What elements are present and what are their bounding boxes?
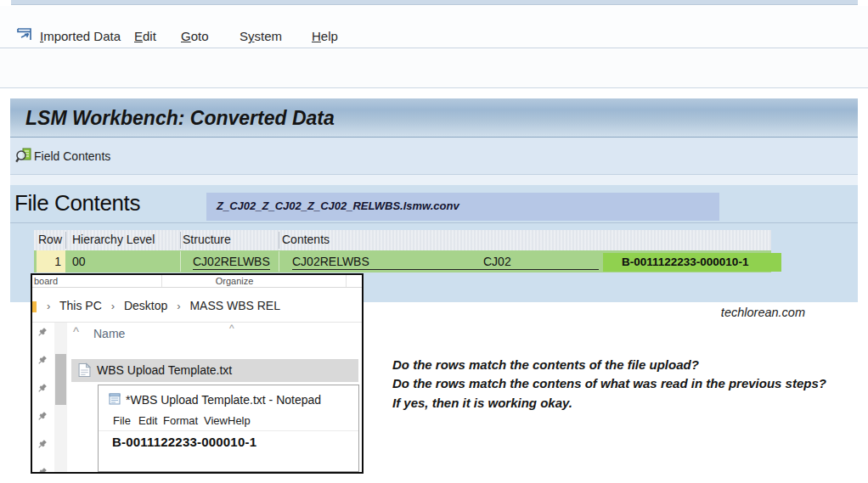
file-list-item[interactable]: WBS Upload Template.txt [71,359,358,382]
cell-divider [279,251,279,272]
ribbon-clipboard-label: board [34,276,58,286]
column-header-structure: Structure [183,233,231,246]
ribbon-divider [346,275,347,287]
contents-structure-value: CJ02RELWBS [292,255,369,268]
field-contents-label: Field Contents [34,149,110,163]
name-column-header[interactable]: Name [93,327,125,340]
menu-help[interactable]: Help [312,26,338,47]
pin-icon[interactable] [37,410,48,425]
ribbon-divider [161,275,162,287]
watermark-text: techlorean.com [712,306,805,319]
spacer-band [10,175,858,185]
annotation-line: Do the rows match the contents of the fi… [392,356,826,374]
control-menu-icon [14,23,36,45]
row-number-cell: 1 [37,250,65,272]
window-top-strip [11,0,858,5]
sap-toolbar: « « « × [0,49,868,88]
breadcrumb-mass-wbs-rel[interactable]: MASS WBS REL [189,299,280,312]
application-toolbar: Field Contents [10,138,858,175]
notepad-menu-edit[interactable]: Edit [138,414,157,427]
pin-icon[interactable] [37,382,48,397]
file-contents-heading: File Contents [14,190,140,216]
folder-icon [32,301,37,312]
table-row[interactable]: 1 00 CJ02RELWBS CJ02RELWBS CJ02 B-001112… [34,250,771,272]
text-file-icon [78,362,91,381]
ribbon-organize-label: Organize [200,276,268,286]
column-header-hierarchy-level: Hierarchy Level [72,233,155,246]
column-divider [65,232,66,249]
pin-icon[interactable] [37,326,48,341]
notepad-icon [108,392,121,409]
pin-icon[interactable] [37,466,48,474]
explorer-ribbon-strip: board Organize [32,275,362,288]
converted-file-name: Z_CJ02_Z_CJ02_Z_CJ02_RELWBS.lsmw.conv [217,199,459,212]
annotation-line: If yes, then it is working okay. [392,394,826,413]
panel-divider [10,222,858,223]
hierarchy-level-cell: 00 [72,250,86,272]
collapse-chevron-icon[interactable]: ^ [73,324,79,339]
pin-icon[interactable] [37,438,48,453]
file-explorer-window: board Organize › This PC › Desktop › MAS… [31,273,364,474]
notepad-menu-view[interactable]: View [204,414,228,427]
page-title: LSM Workbench: Converted Data [25,107,335,130]
notepad-menu-file[interactable]: File [113,414,131,427]
sap-menubar: Imported Data Edit Goto System Help [0,6,868,48]
cell-divider [180,251,181,272]
notepad-menubar: File Edit Format View Help [99,413,358,431]
notepad-text-content[interactable]: B-0011122233-000010-1 [112,435,256,449]
scrollbar-thumb[interactable] [55,354,66,405]
menu-system[interactable]: System [240,26,282,47]
notepad-window: *WBS Upload Template.txt - Notepad File … [98,385,359,472]
table-header-row: Row Hierarchy Level Structure Contents [34,230,771,250]
column-header-row: Row [38,233,62,246]
annotation-line: Do the rows match the contens of what wa… [392,374,826,393]
column-divider [279,232,279,249]
breadcrumb-chevron-icon: › [177,300,180,312]
field-contents-button[interactable]: Field Contents [15,144,110,168]
breadcrumb-this-pc[interactable]: This PC [59,299,102,312]
breadcrumb-chevron-icon: › [111,300,115,312]
contents-project-value: CJ02 [483,253,511,270]
annotation-text: Do the rows match the contents of the fi… [392,356,826,413]
column-divider [180,232,181,249]
converted-file-name-field: Z_CJ02_Z_CJ02_Z_CJ02_RELWBS.lsmw.conv [206,193,719,221]
pin-icon[interactable] [37,354,48,369]
scrollbar[interactable] [54,323,67,472]
menu-edit[interactable]: Edit [134,26,156,47]
sort-ascending-icon: ^ [229,323,234,334]
breadcrumb: › This PC › Desktop › MASS WBS REL [32,289,362,323]
file-name-label: WBS Upload Template.txt [97,359,232,382]
contents-cell[interactable]: CJ02RELWBS CJ02 [292,253,599,270]
menu-imported-data[interactable]: Imported Data [40,26,121,47]
sap-control-menu-button[interactable] [14,23,36,45]
notepad-menu-help[interactable]: Help [228,414,251,427]
wbs-element-highlight: B-0011122233-000010-1 [603,253,781,272]
structure-link[interactable]: CJ02RELWBS [193,253,270,270]
breadcrumb-chevron-icon: › [47,300,50,312]
notepad-title: *WBS Upload Template.txt - Notepad [126,393,321,407]
menu-goto[interactable]: Goto [181,26,209,47]
breadcrumb-desktop[interactable]: Desktop [124,299,167,312]
field-contents-icon [15,148,32,165]
column-header-contents: Contents [282,233,330,246]
screen-title-bar: LSM Workbench: Converted Data [10,98,858,138]
notepad-menu-format[interactable]: Format [163,414,198,427]
